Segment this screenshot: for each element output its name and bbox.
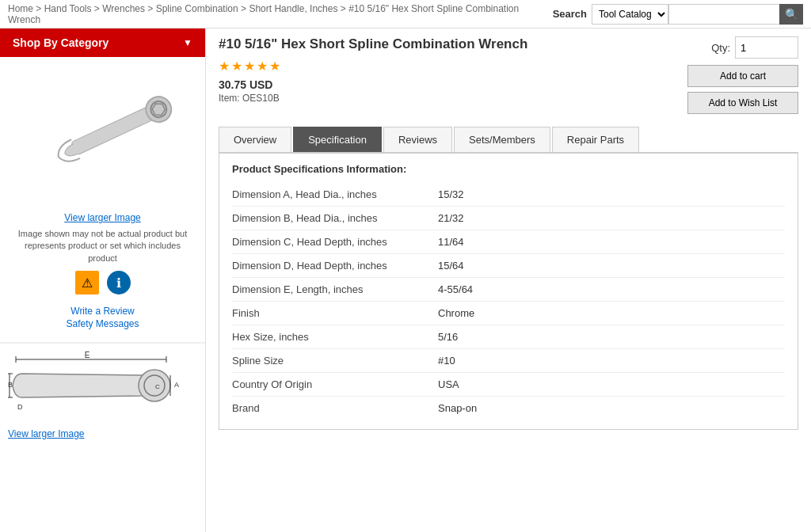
spec-row-6: Hex Size, inches 5/16 bbox=[232, 325, 785, 349]
tab-overview[interactable]: Overview bbox=[219, 127, 291, 152]
qty-row: Qty: bbox=[687, 36, 798, 59]
spec-value-0: 15/32 bbox=[438, 188, 464, 200]
svg-text:A: A bbox=[174, 381, 179, 389]
svg-text:E: E bbox=[85, 351, 90, 359]
search-dropdown[interactable]: Tool Catalog bbox=[592, 4, 668, 25]
spec-label-7: Spline Size bbox=[232, 355, 438, 367]
product-actions-right: Qty: Add to cart Add to Wish List bbox=[687, 36, 798, 114]
spec-label-1: Dimension B, Head Dia., inches bbox=[232, 212, 438, 224]
main-content: #10 5/16" Hex Short Spline Combination W… bbox=[206, 28, 811, 532]
svg-point-8 bbox=[139, 370, 170, 401]
layout: Shop By Category ▼ bbox=[0, 28, 811, 532]
product-tabs: Overview Specification Reviews Sets/Memb… bbox=[219, 127, 798, 154]
spec-label-9: Brand bbox=[232, 402, 438, 414]
safety-messages-link[interactable]: Safety Messages bbox=[16, 318, 189, 329]
add-to-cart-button[interactable]: Add to cart bbox=[687, 65, 798, 87]
tab-repair-parts[interactable]: Repair Parts bbox=[552, 127, 639, 152]
view-larger-diagram-link[interactable]: View larger Image bbox=[8, 428, 197, 439]
product-header-row: #10 5/16" Hex Short Spline Combination W… bbox=[219, 36, 798, 114]
svg-text:B: B bbox=[8, 381, 13, 389]
sidebar: Shop By Category ▼ bbox=[0, 28, 206, 532]
header: Home > Hand Tools > Wrenches > Spline Co… bbox=[0, 0, 811, 28]
spec-row-4: Dimension E, Length, inches 4-55/64 bbox=[232, 278, 785, 302]
add-to-wish-list-button[interactable]: Add to Wish List bbox=[687, 92, 798, 114]
spec-label-3: Dimension D, Head Depth, inches bbox=[232, 260, 438, 272]
warning-icon: ⚠ bbox=[75, 271, 99, 294]
spec-label-2: Dimension C, Head Depth, inches bbox=[232, 236, 438, 248]
spec-value-1: 21/32 bbox=[438, 212, 464, 224]
product-main-image bbox=[24, 65, 182, 207]
svg-text:D: D bbox=[17, 403, 23, 411]
product-item-number: Item: OES10B bbox=[219, 93, 527, 104]
search-group: Search Tool Catalog 🔍 bbox=[553, 4, 803, 25]
shop-by-category-label: Shop By Category bbox=[13, 36, 109, 49]
qty-label: Qty: bbox=[711, 42, 730, 54]
spec-row-2: Dimension C, Head Depth, inches 11/64 bbox=[232, 230, 785, 254]
spec-value-5: Chrome bbox=[438, 307, 474, 319]
diagram-area: E B D A C View larger Image bbox=[0, 343, 205, 446]
breadcrumb: Home > Hand Tools > Wrenches > Spline Co… bbox=[8, 3, 553, 25]
sidebar-links: Write a Review Safety Messages bbox=[8, 301, 197, 334]
spec-value-4: 4-55/64 bbox=[438, 283, 473, 295]
spec-value-8: USA bbox=[438, 378, 459, 390]
specs-title: Product Specifications Information: bbox=[232, 163, 785, 175]
spec-row-0: Dimension A, Head Dia., inches 15/32 bbox=[232, 183, 785, 207]
spec-value-3: 15/64 bbox=[438, 260, 464, 272]
spec-row-8: Country Of Origin USA bbox=[232, 373, 785, 397]
spec-value-6: 5/16 bbox=[438, 331, 458, 343]
tab-sets-members[interactable]: Sets/Members bbox=[454, 127, 550, 152]
spec-label-0: Dimension A, Head Dia., inches bbox=[232, 188, 438, 200]
spec-row-7: Spline Size #10 bbox=[232, 349, 785, 373]
image-note: Image shown may not be actual product bu… bbox=[14, 228, 191, 264]
info-icon: ℹ bbox=[107, 271, 131, 294]
view-larger-link[interactable]: View larger Image bbox=[8, 212, 197, 223]
spec-label-6: Hex Size, inches bbox=[232, 331, 438, 343]
spec-row-5: Finish Chrome bbox=[232, 302, 785, 325]
qty-input[interactable] bbox=[735, 36, 798, 59]
spec-value-9: Snap-on bbox=[438, 402, 477, 414]
search-label: Search bbox=[553, 8, 587, 20]
specs-container: Product Specifications Information: Dime… bbox=[219, 154, 798, 430]
tab-reviews[interactable]: Reviews bbox=[383, 127, 452, 152]
spec-row-9: Brand Snap-on bbox=[232, 397, 785, 420]
breadcrumb-text: Home > Hand Tools > Wrenches > Spline Co… bbox=[8, 3, 519, 25]
specs-table: Dimension A, Head Dia., inches 15/32 Dim… bbox=[232, 183, 785, 420]
product-info-left: #10 5/16" Hex Short Spline Combination W… bbox=[219, 36, 527, 104]
spec-row-1: Dimension B, Head Dia., inches 21/32 bbox=[232, 207, 785, 230]
tab-specification[interactable]: Specification bbox=[293, 127, 382, 152]
search-input[interactable] bbox=[668, 4, 779, 25]
spec-value-2: 11/64 bbox=[438, 236, 464, 248]
chevron-down-icon: ▼ bbox=[183, 37, 192, 48]
spec-label-5: Finish bbox=[232, 307, 438, 319]
icons-row: ⚠ ℹ bbox=[8, 271, 197, 294]
wrench-image-svg bbox=[24, 69, 182, 203]
spec-value-7: #10 bbox=[438, 355, 455, 367]
spec-row-3: Dimension D, Head Depth, inches 15/64 bbox=[232, 254, 785, 278]
product-stars: ★★★★★ bbox=[219, 59, 527, 74]
spec-label-4: Dimension E, Length, inches bbox=[232, 283, 438, 295]
write-review-link[interactable]: Write a Review bbox=[16, 306, 189, 317]
wrench-diagram-svg: E B D A C bbox=[8, 350, 190, 421]
product-image-area: View larger Image Image shown may not be… bbox=[0, 57, 205, 343]
shop-by-category-button[interactable]: Shop By Category ▼ bbox=[0, 28, 205, 57]
product-title: #10 5/16" Hex Short Spline Combination W… bbox=[219, 36, 527, 52]
spec-label-8: Country Of Origin bbox=[232, 378, 438, 390]
product-price: 30.75 USD bbox=[219, 78, 527, 91]
svg-text:C: C bbox=[155, 383, 160, 390]
search-button[interactable]: 🔍 bbox=[779, 4, 803, 25]
